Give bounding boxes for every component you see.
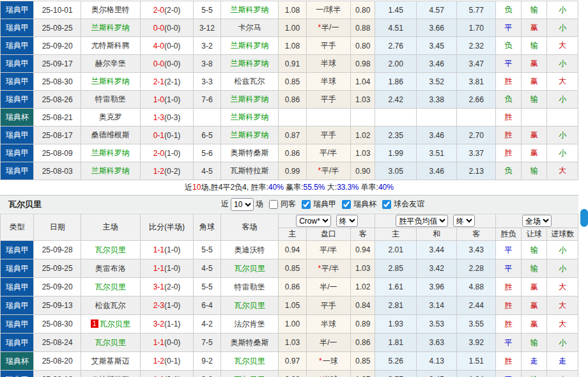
full-time-score: 2-0 bbox=[153, 6, 164, 15]
away-team[interactable]: 奥斯特桑斯 bbox=[220, 334, 279, 352]
away-team[interactable]: 奥迪沃特 bbox=[220, 241, 279, 259]
euro-away-odds: 4.88 bbox=[457, 278, 495, 296]
table-row: 瑞典甲25-08-24瓦尔贝里1-1(0-0)7-5奥斯特桑斯1.03半/一0.… bbox=[1, 334, 578, 352]
home-team[interactable]: 尤特斯科腾 bbox=[81, 371, 140, 377]
home-team[interactable]: 瓦尔贝里 bbox=[81, 334, 140, 352]
home-team[interactable]: 奥雷布洛 bbox=[81, 259, 140, 278]
team2-section-bar: 瓦尔贝里 近 10 场 同客 瑞典甲 瑞典杯 球会友谊 bbox=[0, 195, 578, 213]
away-team[interactable]: 兰斯科罗纳 bbox=[220, 55, 279, 73]
away-team[interactable]: 特雷勒堡 bbox=[220, 278, 279, 296]
early-odds-star: * bbox=[318, 264, 321, 273]
euro-draw-odds: 3.45 bbox=[416, 37, 456, 55]
handicap-text: 半/一 bbox=[320, 338, 337, 347]
home-team[interactable]: 兰斯科罗纳 bbox=[81, 73, 140, 91]
home-team[interactable]: 特雷勒堡 bbox=[81, 91, 140, 109]
asian-away-odds: 0.89 bbox=[351, 315, 375, 334]
col-header-type: 类型 bbox=[1, 214, 34, 241]
summary-segment: 赢率: bbox=[284, 183, 304, 192]
euro-away-odds: 3.47 bbox=[457, 55, 495, 73]
score-cell: 1-1(0-1) bbox=[140, 371, 194, 377]
league2-checkbox[interactable] bbox=[342, 200, 351, 209]
home-team[interactable]: 奥尔格里特 bbox=[81, 1, 140, 19]
home-team[interactable]: 兰斯科罗纳 bbox=[81, 162, 140, 180]
away-team-name: 奥迪沃特 bbox=[234, 245, 265, 254]
home-team[interactable]: 瓦尔贝里 bbox=[81, 278, 140, 296]
result-wdl: 胜 bbox=[495, 144, 521, 162]
home-team[interactable]: 1瓦尔贝里 bbox=[81, 315, 140, 334]
corner-score: 5-6 bbox=[194, 144, 220, 162]
col-header-euro-away: 客 bbox=[457, 228, 495, 241]
match-date: 25-08-09 bbox=[34, 144, 81, 162]
table-row: 瑞典杯25-08-21奥克罗1-3(0-3)兰斯科罗纳胜 bbox=[1, 109, 578, 127]
league-badge: 瑞典杯 bbox=[1, 352, 34, 371]
home-team[interactable]: 艾斯基斯迈 bbox=[81, 352, 140, 371]
league-badge: 瑞典甲 bbox=[1, 162, 34, 180]
rank-badge: 1 bbox=[91, 319, 98, 328]
match-date: 25-10-01 bbox=[34, 1, 81, 19]
away-team[interactable]: 瓦斯特拉斯 bbox=[220, 162, 279, 180]
result-wdl: 胜 bbox=[495, 127, 521, 144]
table-row: 瑞典甲25-08-30兰斯科罗纳2-1(2-1)3-3松兹瓦尔0.85半球1.0… bbox=[1, 73, 578, 91]
result-goals: 大 bbox=[547, 37, 578, 55]
away-team[interactable]: 松兹瓦尔 bbox=[220, 73, 279, 91]
full-time-score: 2-1 bbox=[153, 77, 164, 86]
home-team[interactable]: 瓦尔贝里 bbox=[81, 241, 140, 259]
away-team[interactable]: 兰斯科罗纳 bbox=[220, 37, 279, 55]
result-wdl: 负 bbox=[495, 162, 521, 180]
home-team-name: 艾斯基斯迈 bbox=[91, 357, 130, 365]
home-team[interactable]: 松兹瓦尔 bbox=[81, 296, 140, 315]
home-team[interactable]: 桑德维根斯 bbox=[81, 127, 140, 144]
away-team[interactable]: 法尔肯堡 bbox=[220, 315, 279, 334]
league3-label: 球会友谊 bbox=[394, 199, 424, 210]
corner-score: 5-5 bbox=[194, 278, 220, 296]
scrollbar-thumb[interactable] bbox=[580, 209, 588, 227]
euro-home-odds: 3.05 bbox=[375, 162, 416, 180]
corner-score: 7-5 bbox=[194, 334, 220, 352]
asian-away-odds: 0.86 bbox=[351, 334, 375, 352]
away-team[interactable]: 兰斯科罗纳 bbox=[220, 1, 279, 19]
handicap-text: 平手 bbox=[321, 95, 336, 104]
away-team[interactable]: 瓦尔贝里 bbox=[220, 371, 279, 377]
result-wdl: 平 bbox=[495, 334, 521, 352]
scope-select[interactable]: 全场 bbox=[522, 215, 552, 227]
euro-time-select[interactable]: 终 bbox=[453, 215, 475, 227]
home-team-name: 兰斯科罗纳 bbox=[91, 166, 130, 175]
result-goals: 小 bbox=[547, 19, 578, 37]
away-team-name: 兰斯科罗纳 bbox=[230, 41, 268, 50]
handicap-text: 半/一 bbox=[321, 23, 339, 32]
asian-home-odds: 0.86 bbox=[279, 144, 306, 162]
recent-count-select[interactable]: 10 bbox=[231, 198, 254, 211]
euro-draw-odds: 3.66 bbox=[416, 19, 456, 37]
euro-draw-odds: 3.46 bbox=[416, 55, 456, 73]
away-team[interactable]: 兰斯科罗纳 bbox=[220, 91, 279, 109]
full-time-score: 1-1 bbox=[153, 338, 164, 347]
away-team[interactable]: 奥斯特桑斯 bbox=[220, 144, 279, 162]
full-time-score: 1-2 bbox=[153, 357, 164, 365]
away-team[interactable]: 瓦尔贝里 bbox=[220, 259, 279, 278]
away-team[interactable]: 瓦尔贝里 bbox=[220, 296, 279, 315]
home-team[interactable]: 兰斯科罗纳 bbox=[81, 144, 140, 162]
table-row: 瑞典甲25-08-16尤特斯科腾1-1(0-1)9-8瓦尔贝里0.82*半球1.… bbox=[1, 371, 578, 377]
league3-checkbox[interactable] bbox=[382, 200, 391, 209]
euro-type-select[interactable]: 胜平负均值 bbox=[396, 215, 448, 227]
euro-draw-odds: 3.46 bbox=[416, 127, 456, 144]
asian-home-odds: 0.87 bbox=[279, 127, 306, 144]
result-handicap: 赢 bbox=[522, 73, 547, 91]
away-team[interactable]: 兰斯科罗纳 bbox=[220, 109, 279, 127]
bookmaker-select[interactable]: Crow* bbox=[296, 215, 331, 227]
home-team[interactable]: 尤特斯科腾 bbox=[81, 37, 140, 55]
league1-checkbox[interactable] bbox=[302, 200, 311, 209]
asian-away-odds: 1.03 bbox=[351, 144, 375, 162]
asian-time-select[interactable]: 终 bbox=[336, 215, 358, 227]
home-team[interactable]: 赫尔辛堡 bbox=[81, 55, 140, 73]
home-team[interactable]: 兰斯科罗纳 bbox=[81, 19, 140, 37]
corner-score: 5-5 bbox=[194, 241, 220, 259]
home-team[interactable]: 奥克罗 bbox=[81, 109, 140, 127]
same-venue-checkbox[interactable] bbox=[269, 200, 278, 209]
away-team[interactable]: 兰斯科罗纳 bbox=[220, 127, 279, 144]
recent-form-summary: 近10场,胜4平2负4, 胜率:40% 赢率:55.5% 大:33.3% 单率:… bbox=[0, 180, 578, 195]
home-team-name: 松兹瓦尔 bbox=[95, 301, 126, 310]
away-team[interactable]: 瓦尔贝里 bbox=[220, 352, 279, 371]
col-header-asian-away: 客 bbox=[351, 228, 375, 241]
away-team[interactable]: 卡尔马 bbox=[220, 19, 279, 37]
